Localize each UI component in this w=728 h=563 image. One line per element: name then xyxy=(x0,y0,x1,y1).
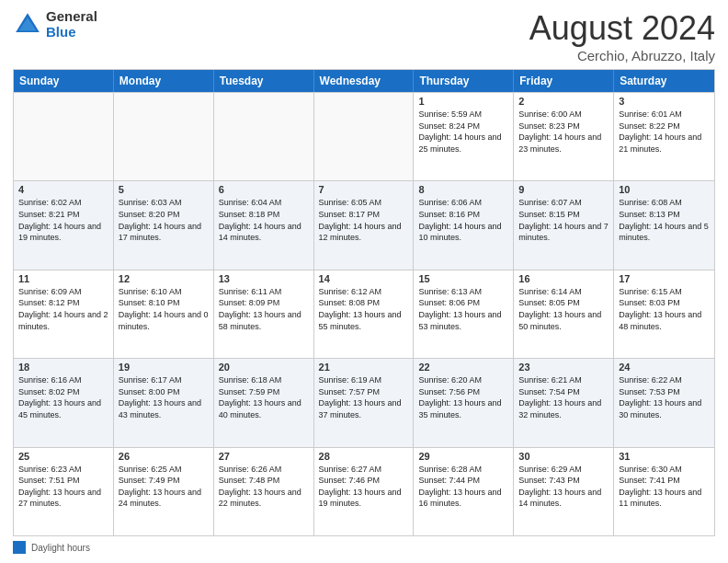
calendar-cell: 28Sunrise: 6:27 AM Sunset: 7:46 PM Dayli… xyxy=(314,448,415,535)
calendar-cell xyxy=(314,93,415,180)
calendar-cell: 15Sunrise: 6:13 AM Sunset: 8:06 PM Dayli… xyxy=(414,270,514,358)
calendar-cell: 25Sunrise: 6:23 AM Sunset: 7:51 PM Dayli… xyxy=(14,448,114,535)
calendar-row: 11Sunrise: 6:09 AM Sunset: 8:12 PM Dayli… xyxy=(14,270,714,358)
day-number: 5 xyxy=(119,184,209,195)
cell-info: Sunrise: 6:09 AM Sunset: 8:12 PM Dayligh… xyxy=(18,286,108,332)
cell-info: Sunrise: 6:27 AM Sunset: 7:46 PM Dayligh… xyxy=(319,464,409,510)
calendar-cell: 20Sunrise: 6:18 AM Sunset: 7:59 PM Dayli… xyxy=(214,359,314,446)
calendar-row: 4Sunrise: 6:02 AM Sunset: 8:21 PM Daylig… xyxy=(14,180,714,269)
cell-info: Sunrise: 6:14 AM Sunset: 8:05 PM Dayligh… xyxy=(518,286,609,332)
calendar-cell: 16Sunrise: 6:14 AM Sunset: 8:05 PM Dayli… xyxy=(514,270,614,358)
calendar-header-cell: Wednesday xyxy=(314,70,415,92)
cell-info: Sunrise: 6:19 AM Sunset: 7:57 PM Dayligh… xyxy=(319,374,409,420)
logo-text: General Blue xyxy=(46,9,97,40)
cell-info: Sunrise: 6:16 AM Sunset: 8:02 PM Dayligh… xyxy=(18,374,108,420)
day-number: 4 xyxy=(18,184,108,195)
cell-info: Sunrise: 6:04 AM Sunset: 8:18 PM Dayligh… xyxy=(219,197,309,243)
calendar-cell: 23Sunrise: 6:21 AM Sunset: 7:54 PM Dayli… xyxy=(514,359,614,446)
day-number: 9 xyxy=(518,184,609,195)
day-number: 31 xyxy=(619,451,710,462)
cell-info: Sunrise: 5:59 AM Sunset: 8:24 PM Dayligh… xyxy=(418,109,508,155)
day-number: 6 xyxy=(219,184,309,195)
page: General Blue August 2024 Cerchio, Abruzz… xyxy=(0,0,728,563)
cell-info: Sunrise: 6:02 AM Sunset: 8:21 PM Dayligh… xyxy=(18,197,108,243)
day-number: 28 xyxy=(319,451,409,462)
daylight-swatch xyxy=(13,541,26,554)
cell-info: Sunrise: 6:17 AM Sunset: 8:00 PM Dayligh… xyxy=(119,374,209,420)
cell-info: Sunrise: 6:25 AM Sunset: 7:49 PM Dayligh… xyxy=(119,464,209,510)
day-number: 19 xyxy=(119,362,209,373)
logo: General Blue xyxy=(13,9,97,40)
calendar-cell: 30Sunrise: 6:29 AM Sunset: 7:43 PM Dayli… xyxy=(514,448,614,535)
day-number: 7 xyxy=(319,184,409,195)
day-number: 22 xyxy=(418,362,508,373)
cell-info: Sunrise: 6:30 AM Sunset: 7:41 PM Dayligh… xyxy=(619,464,710,510)
day-number: 17 xyxy=(619,273,710,284)
calendar-row: 1Sunrise: 5:59 AM Sunset: 8:24 PM Daylig… xyxy=(14,92,714,180)
day-number: 3 xyxy=(619,96,710,107)
cell-info: Sunrise: 6:05 AM Sunset: 8:17 PM Dayligh… xyxy=(319,197,409,243)
cell-info: Sunrise: 6:15 AM Sunset: 8:03 PM Dayligh… xyxy=(619,286,710,332)
cell-info: Sunrise: 6:12 AM Sunset: 8:08 PM Dayligh… xyxy=(319,286,409,332)
calendar-cell: 21Sunrise: 6:19 AM Sunset: 7:57 PM Dayli… xyxy=(314,359,415,446)
calendar-cell: 13Sunrise: 6:11 AM Sunset: 8:09 PM Dayli… xyxy=(214,270,314,358)
cell-info: Sunrise: 6:07 AM Sunset: 8:15 PM Dayligh… xyxy=(518,197,609,243)
logo-icon xyxy=(13,10,42,40)
calendar-cell: 31Sunrise: 6:30 AM Sunset: 7:41 PM Dayli… xyxy=(614,448,714,535)
cell-info: Sunrise: 6:22 AM Sunset: 7:53 PM Dayligh… xyxy=(619,374,710,420)
day-number: 14 xyxy=(319,273,409,284)
calendar-cell: 2Sunrise: 6:00 AM Sunset: 8:23 PM Daylig… xyxy=(514,93,614,180)
cell-info: Sunrise: 6:21 AM Sunset: 7:54 PM Dayligh… xyxy=(518,374,609,420)
calendar-cell: 10Sunrise: 6:08 AM Sunset: 8:13 PM Dayli… xyxy=(614,181,714,269)
cell-info: Sunrise: 6:26 AM Sunset: 7:48 PM Dayligh… xyxy=(219,464,309,510)
calendar: SundayMondayTuesdayWednesdayThursdayFrid… xyxy=(13,69,715,536)
day-number: 21 xyxy=(319,362,409,373)
footer-label: Daylight hours xyxy=(31,543,90,553)
calendar-cell: 26Sunrise: 6:25 AM Sunset: 7:49 PM Dayli… xyxy=(114,448,214,535)
calendar-header-cell: Sunday xyxy=(14,70,114,92)
logo-blue-text: Blue xyxy=(46,25,97,40)
day-number: 20 xyxy=(219,362,309,373)
calendar-header: SundayMondayTuesdayWednesdayThursdayFrid… xyxy=(14,70,714,92)
calendar-cell xyxy=(14,93,114,180)
cell-info: Sunrise: 6:03 AM Sunset: 8:20 PM Dayligh… xyxy=(119,197,209,243)
calendar-header-cell: Friday xyxy=(514,70,614,92)
calendar-body: 1Sunrise: 5:59 AM Sunset: 8:24 PM Daylig… xyxy=(14,92,714,535)
calendar-cell xyxy=(214,93,314,180)
calendar-header-cell: Saturday xyxy=(614,70,714,92)
cell-info: Sunrise: 6:20 AM Sunset: 7:56 PM Dayligh… xyxy=(418,374,508,420)
calendar-cell: 14Sunrise: 6:12 AM Sunset: 8:08 PM Dayli… xyxy=(314,270,415,358)
calendar-cell: 4Sunrise: 6:02 AM Sunset: 8:21 PM Daylig… xyxy=(14,181,114,269)
cell-info: Sunrise: 6:13 AM Sunset: 8:06 PM Dayligh… xyxy=(418,286,508,332)
calendar-cell xyxy=(114,93,214,180)
day-number: 29 xyxy=(418,451,508,462)
day-number: 30 xyxy=(518,451,609,462)
calendar-cell: 24Sunrise: 6:22 AM Sunset: 7:53 PM Dayli… xyxy=(614,359,714,446)
title-area: August 2024 Cerchio, Abruzzo, Italy xyxy=(529,9,715,63)
calendar-cell: 12Sunrise: 6:10 AM Sunset: 8:10 PM Dayli… xyxy=(114,270,214,358)
calendar-cell: 29Sunrise: 6:28 AM Sunset: 7:44 PM Dayli… xyxy=(414,448,514,535)
cell-info: Sunrise: 6:06 AM Sunset: 8:16 PM Dayligh… xyxy=(418,197,508,243)
day-number: 1 xyxy=(418,96,508,107)
cell-info: Sunrise: 6:01 AM Sunset: 8:22 PM Dayligh… xyxy=(619,109,710,155)
day-number: 16 xyxy=(518,273,609,284)
calendar-cell: 7Sunrise: 6:05 AM Sunset: 8:17 PM Daylig… xyxy=(314,181,415,269)
day-number: 11 xyxy=(18,273,108,284)
calendar-cell: 9Sunrise: 6:07 AM Sunset: 8:15 PM Daylig… xyxy=(514,181,614,269)
day-number: 18 xyxy=(18,362,108,373)
cell-info: Sunrise: 6:28 AM Sunset: 7:44 PM Dayligh… xyxy=(418,464,508,510)
calendar-cell: 5Sunrise: 6:03 AM Sunset: 8:20 PM Daylig… xyxy=(114,181,214,269)
day-number: 8 xyxy=(418,184,508,195)
calendar-cell: 6Sunrise: 6:04 AM Sunset: 8:18 PM Daylig… xyxy=(214,181,314,269)
calendar-row: 25Sunrise: 6:23 AM Sunset: 7:51 PM Dayli… xyxy=(14,447,714,535)
cell-info: Sunrise: 6:10 AM Sunset: 8:10 PM Dayligh… xyxy=(119,286,209,332)
calendar-cell: 19Sunrise: 6:17 AM Sunset: 8:00 PM Dayli… xyxy=(114,359,214,446)
calendar-cell: 18Sunrise: 6:16 AM Sunset: 8:02 PM Dayli… xyxy=(14,359,114,446)
calendar-header-cell: Thursday xyxy=(414,70,514,92)
calendar-cell: 27Sunrise: 6:26 AM Sunset: 7:48 PM Dayli… xyxy=(214,448,314,535)
calendar-cell: 17Sunrise: 6:15 AM Sunset: 8:03 PM Dayli… xyxy=(614,270,714,358)
header: General Blue August 2024 Cerchio, Abruzz… xyxy=(13,9,715,63)
calendar-row: 18Sunrise: 6:16 AM Sunset: 8:02 PM Dayli… xyxy=(14,358,714,446)
footer: Daylight hours xyxy=(13,541,715,554)
day-number: 23 xyxy=(518,362,609,373)
